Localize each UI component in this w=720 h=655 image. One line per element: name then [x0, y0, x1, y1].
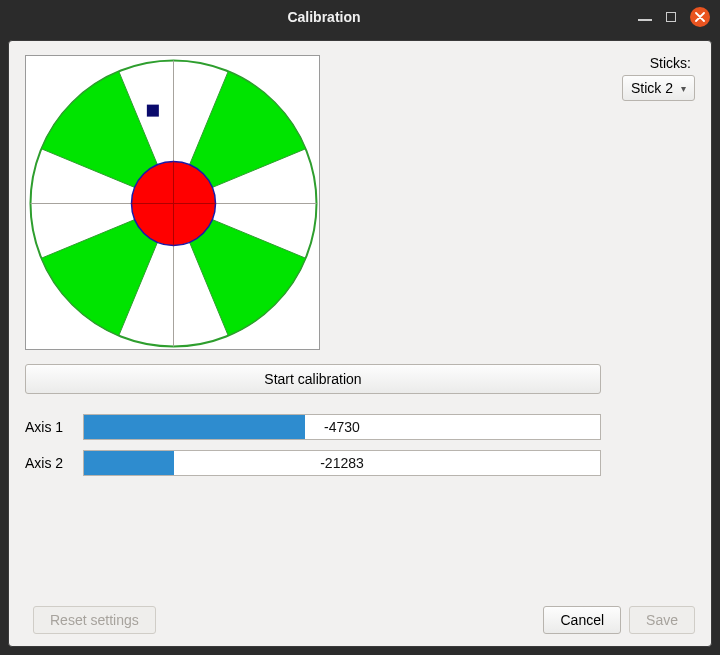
axis-label: Axis 1 — [25, 419, 83, 435]
footer: Reset settings Cancel Save — [25, 606, 695, 634]
minimize-icon[interactable] — [638, 10, 652, 24]
axis-value: -4730 — [84, 415, 600, 439]
sticks-selected: Stick 2 — [631, 80, 673, 96]
svg-rect-10 — [147, 105, 159, 117]
maximize-icon[interactable] — [666, 12, 676, 22]
cancel-button[interactable]: Cancel — [543, 606, 621, 634]
close-icon[interactable] — [690, 7, 710, 27]
axes-group: Axis 1-4730Axis 2-21283 — [25, 414, 601, 476]
axis-value: -21283 — [84, 451, 600, 475]
sticks-label: Sticks: — [622, 55, 695, 71]
axis-bar: -21283 — [83, 450, 601, 476]
axis-row: Axis 2-21283 — [25, 450, 601, 476]
axis-bar: -4730 — [83, 414, 601, 440]
window-title: Calibration — [10, 9, 638, 25]
axis-label: Axis 2 — [25, 455, 83, 471]
sticks-dropdown[interactable]: Stick 2 ▾ — [622, 75, 695, 101]
window-body: Sticks: Stick 2 ▾ Start calibration Axis… — [8, 40, 712, 647]
titlebar: Calibration — [0, 0, 720, 34]
save-button[interactable]: Save — [629, 606, 695, 634]
axis-row: Axis 1-4730 — [25, 414, 601, 440]
stick-visualization — [25, 55, 320, 350]
start-calibration-button[interactable]: Start calibration — [25, 364, 601, 394]
window-controls — [638, 7, 710, 27]
chevron-down-icon: ▾ — [681, 83, 686, 94]
reset-settings-button[interactable]: Reset settings — [33, 606, 156, 634]
